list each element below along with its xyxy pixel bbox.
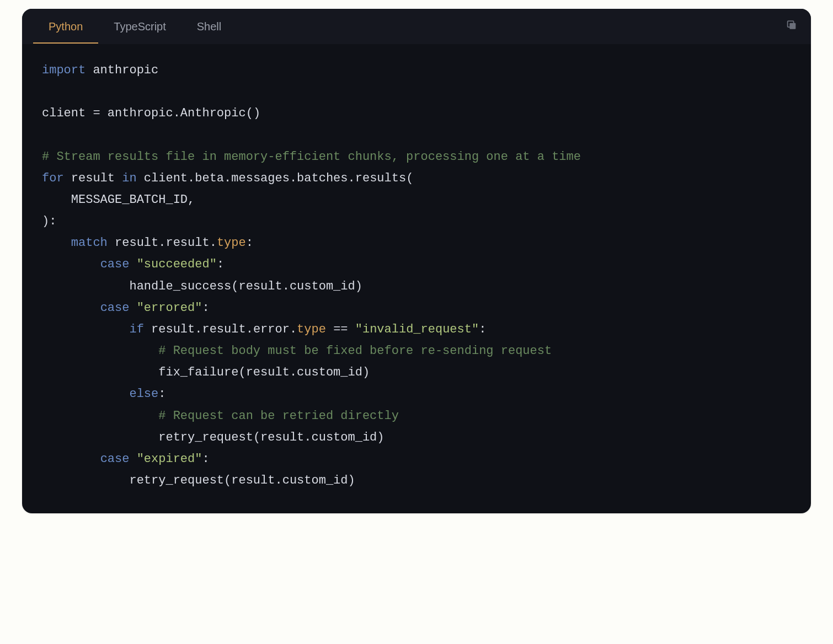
- svg-rect-0: [789, 23, 795, 29]
- code-token-ident: messages: [231, 171, 290, 185]
- code-token-ident: [42, 344, 158, 358]
- code-token-punct: :: [158, 387, 165, 401]
- code-token-punct: .: [348, 171, 355, 185]
- code-token-punct: =: [93, 106, 100, 120]
- code-block: Python TypeScript Shell import anthropic…: [22, 9, 811, 513]
- code-token-ident: client: [42, 106, 93, 120]
- code-token-punct: .: [173, 106, 180, 120]
- code-token-punct: ): [355, 280, 362, 293]
- code-token-ident: handle_success: [42, 280, 231, 293]
- code-token-string: "invalid_request": [355, 323, 479, 336]
- code-token-ident: [42, 236, 71, 250]
- code-token-punct: .: [282, 280, 290, 293]
- code-token-ident: retry_request: [42, 474, 224, 487]
- code-token-keyword: for: [42, 171, 64, 185]
- code-token-ident: custom_id: [297, 366, 362, 379]
- code-token-keyword: in: [122, 171, 136, 185]
- code-line: MESSAGE_BATCH_ID,: [42, 193, 195, 207]
- code-token-punct: .: [224, 171, 231, 185]
- tab-shell[interactable]: Shell: [181, 9, 237, 44]
- code-token-ident: custom_id: [290, 280, 355, 293]
- copy-button[interactable]: [786, 19, 798, 34]
- code-token-punct: (: [406, 171, 413, 185]
- code-token-ident: [42, 409, 158, 423]
- code-line: # Stream results file in memory-efficien…: [42, 150, 581, 164]
- code-token-ident: [42, 301, 100, 315]
- code-token-ident: custom_id: [282, 474, 348, 487]
- code-token-comment: # Request can be retried directly: [158, 409, 399, 423]
- code-token-ident: result: [202, 323, 245, 336]
- code-token-ident: Anthropic: [180, 106, 246, 120]
- code-token-ident: result: [238, 280, 282, 293]
- code-token-ident: client: [137, 171, 188, 185]
- code-token-type: type: [297, 323, 326, 336]
- code-token-keyword: match: [71, 236, 108, 250]
- code-token-string: "succeeded": [137, 257, 217, 271]
- code-token-type: type: [217, 236, 246, 250]
- code-token-punct: :: [49, 214, 56, 228]
- code-token-punct: (: [253, 431, 260, 444]
- code-line: match result.result.type:: [42, 236, 253, 250]
- code-line: # Request can be retried directly: [42, 409, 399, 423]
- code-token-punct: .: [290, 366, 297, 379]
- tab-python[interactable]: Python: [33, 9, 98, 44]
- code-token-punct: .: [275, 474, 282, 487]
- code-line: import anthropic: [42, 63, 158, 77]
- code-token-keyword: case: [100, 301, 130, 315]
- code-content: import anthropic client = anthropic.Anth…: [22, 44, 811, 513]
- code-token-ident: retry_request: [42, 431, 253, 444]
- code-line: if result.result.error.type == "invalid_…: [42, 323, 486, 336]
- code-line: # Request body must be fixed before re-s…: [42, 344, 552, 358]
- code-token-punct: :: [246, 236, 253, 250]
- code-token-ident: [129, 301, 136, 315]
- code-token-ident: result: [165, 236, 209, 250]
- code-token-ident: result: [231, 474, 275, 487]
- code-token-ident: anthropic: [100, 106, 173, 120]
- code-token-punct: :: [479, 323, 486, 336]
- code-token-punct: .: [304, 431, 311, 444]
- code-token-ident: [326, 323, 333, 336]
- code-token-ident: fix_failure: [42, 366, 238, 379]
- code-token-punct: (: [238, 366, 245, 379]
- code-token-ident: [129, 257, 136, 271]
- code-token-keyword: else: [129, 387, 158, 401]
- code-line: client = anthropic.Anthropic(): [42, 106, 260, 120]
- code-line: retry_request(result.custom_id): [42, 431, 385, 444]
- code-token-ident: result: [246, 366, 290, 379]
- copy-icon: [786, 19, 798, 34]
- code-token-keyword: case: [100, 257, 130, 271]
- code-token-punct: .: [290, 323, 297, 336]
- code-token-punct: (): [246, 106, 260, 120]
- tab-typescript[interactable]: TypeScript: [98, 9, 181, 44]
- code-token-comment: # Stream results file in memory-efficien…: [42, 150, 581, 164]
- code-token-ident: beta: [195, 171, 224, 185]
- tab-bar: Python TypeScript Shell: [22, 9, 811, 44]
- code-token-punct: .: [158, 236, 165, 250]
- code-token-ident: [42, 323, 129, 336]
- code-token-ident: result: [144, 323, 195, 336]
- code-token-ident: MESSAGE_BATCH_ID: [42, 193, 188, 207]
- code-token-ident: anthropic: [86, 63, 158, 77]
- code-line: fix_failure(result.custom_id): [42, 366, 370, 379]
- code-line: case "expired":: [42, 452, 210, 466]
- code-line: retry_request(result.custom_id): [42, 474, 355, 487]
- code-line: case "errored":: [42, 301, 210, 315]
- code-token-punct: :: [202, 452, 209, 466]
- code-token-keyword: import: [42, 63, 86, 77]
- code-token-punct: ): [362, 366, 370, 379]
- code-token-punct: ==: [333, 323, 348, 336]
- code-token-ident: batches: [297, 171, 348, 185]
- code-token-punct: .: [210, 236, 217, 250]
- code-token-ident: result: [108, 236, 158, 250]
- code-token-punct: .: [195, 323, 202, 336]
- code-token-ident: custom_id: [312, 431, 377, 444]
- code-line: else:: [42, 387, 165, 401]
- code-token-string: "errored": [137, 301, 202, 315]
- code-line: ):: [42, 214, 56, 228]
- code-token-ident: [42, 387, 129, 401]
- code-token-punct: ): [42, 214, 49, 228]
- code-token-punct: ,: [188, 193, 195, 207]
- code-line: for result in client.beta.messages.batch…: [42, 171, 413, 185]
- code-token-punct: .: [290, 171, 297, 185]
- code-token-ident: [42, 257, 100, 271]
